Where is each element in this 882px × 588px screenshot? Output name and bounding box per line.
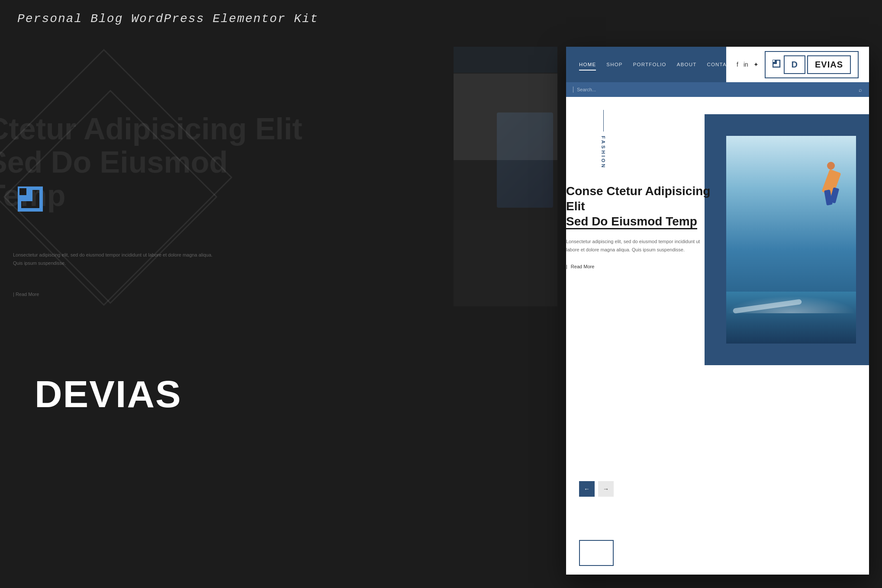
nav-item-about[interactable]: ABOUT [677,62,697,67]
hero-nav-arrows: ← → [579,481,614,497]
bottom-section [566,531,869,575]
next-arrow-button[interactable]: → [598,481,614,497]
hero-section: FASHION Conse Ctetur Adipisicing Elit Se… [566,97,869,575]
logo-letter-d: D [784,55,805,74]
hero-photo-inner [726,136,856,344]
water-splash [726,296,856,313]
hero-title-line2: Sed Do Eiusmod Temp [566,215,697,229]
read-more-link[interactable]: Read More [566,264,594,269]
person-figure [819,162,843,201]
navigation-bar: HOME SHOP PORTFOLIO ABOUT CONTACT [566,47,726,82]
linkedin-icon[interactable]: in [744,61,748,68]
social-icons: f in ✦ [737,61,759,68]
website-preview-card: f in ✦ D EVIAS HOME SHOP PORTFOLIO ABOUT… [566,47,869,575]
svg-rect-2 [19,188,26,195]
facebook-icon[interactable]: f [737,61,738,68]
nav-item-home[interactable]: HOME [579,62,596,67]
hero-title-line1: Conse Ctetur Adipisicing Elit [566,184,710,213]
search-bar: Search... ⌕ [566,82,869,97]
svg-rect-5 [773,60,775,62]
site-logo: D EVIAS [765,51,859,78]
right-bg-preview [454,47,557,306]
search-divider [573,87,573,93]
hero-description: Lonsectetur adipiscing elit, sed do eius… [566,238,713,254]
hero-text-content: Conse Ctetur Adipisicing Elit Sed Do Eiu… [566,97,713,270]
nav-item-portfolio[interactable]: PORTFOLIO [633,62,666,67]
prev-arrow-button[interactable]: ← [579,481,595,497]
twitter-icon[interactable]: ✦ [753,61,759,68]
brand-logo-large: DEVIAS [17,186,52,221]
bg-read-more: | Read More [13,290,39,298]
page-title: Personal Blog WordPress Elementor Kit [17,12,319,26]
logo-letter-rest: EVIAS [807,55,851,74]
hero-title: Conse Ctetur Adipisicing Elit Sed Do Eiu… [566,183,713,229]
logo-icon-small [773,60,782,69]
nav-right-area: f in ✦ D EVIAS [726,47,869,82]
bottom-box-outline [579,540,614,566]
search-input[interactable]: Search... [577,87,855,92]
devias-logo-icon [17,186,52,221]
search-icon[interactable]: ⌕ [859,87,862,93]
nav-item-shop[interactable]: SHOP [606,62,622,67]
hero-photo [726,136,856,344]
brand-name-text: DEVIAS [35,372,182,416]
